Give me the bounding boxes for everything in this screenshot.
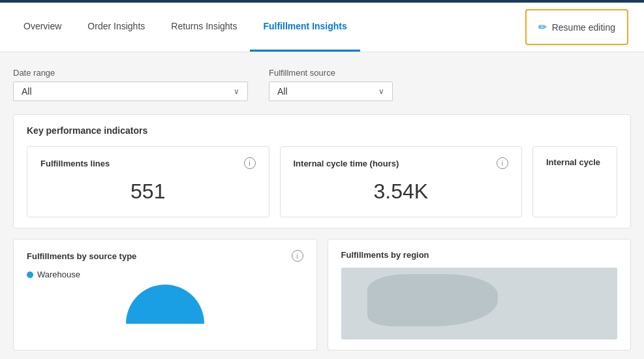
date-range-chevron-icon: ∨ <box>234 87 239 96</box>
kpi-value-2: 3.54K <box>294 177 509 206</box>
map-shape <box>367 274 498 326</box>
kpi-card-header-3: Internal cycle <box>546 157 604 167</box>
kpi-section: Key performance indicators Fulfillments … <box>13 114 631 228</box>
fulfillments-by-region-card: Fulfillments by region <box>328 239 632 351</box>
kpi-card-header-1: Fulfillments lines i <box>40 157 256 169</box>
fulfillment-source-value: All <box>277 86 288 97</box>
warehouse-legend-dot <box>27 272 33 278</box>
pie-chart-shape <box>126 285 204 324</box>
date-range-value: All <box>22 86 32 97</box>
kpi-card-title-2: Internal cycle time (hours) <box>294 159 399 168</box>
fulfillments-by-source-header: Fulfillments by source type i <box>27 250 303 262</box>
date-range-label: Date range <box>13 68 248 78</box>
kpi-card-title-3: Internal cycle <box>546 157 600 167</box>
nav-spacer <box>360 3 520 52</box>
pencil-icon: ✏ <box>538 21 547 33</box>
top-navigation: OverviewOrder InsightsReturns InsightsFu… <box>0 3 644 52</box>
kpi-card-internal-cycle-time: Internal cycle time (hours) i 3.54K <box>280 146 523 217</box>
kpi-value-1: 551 <box>40 177 256 206</box>
info-icon-1[interactable]: i <box>244 157 256 169</box>
nav-tab-returns-insights[interactable]: Returns Insights <box>158 3 250 52</box>
fulfillment-source-chevron-icon: ∨ <box>378 87 384 96</box>
kpi-cards-row: Fulfillments lines i 551 Internal cycle … <box>27 146 617 217</box>
warehouse-legend-label: Warehouse <box>37 270 80 279</box>
fulfillments-by-region-header: Fulfillments by region <box>341 250 618 260</box>
kpi-section-title: Key performance indicators <box>27 125 617 136</box>
fulfillments-by-region-title: Fulfillments by region <box>341 250 429 260</box>
date-range-select[interactable]: All ∨ <box>13 82 248 101</box>
fulfillment-source-label: Fulfillment source <box>269 68 393 78</box>
map-area <box>341 268 618 339</box>
nav-tab-order-insights[interactable]: Order Insights <box>74 3 158 52</box>
kpi-card-internal-cycle-partial: Internal cycle <box>532 146 617 217</box>
kpi-card-fulfillment-lines: Fulfillments lines i 551 <box>27 146 269 217</box>
resume-editing-button[interactable]: ✏ Resume editing <box>525 9 628 45</box>
warehouse-legend-item: Warehouse <box>27 270 303 279</box>
kpi-card-header-2: Internal cycle time (hours) i <box>294 157 509 169</box>
bottom-row: Fulfillments by source type i Warehouse … <box>13 239 631 351</box>
nav-tabs: OverviewOrder InsightsReturns InsightsFu… <box>10 3 360 52</box>
main-content: Date range All ∨ Fulfillment source All … <box>0 52 644 359</box>
info-icon-source[interactable]: i <box>292 250 303 262</box>
fulfillment-source-select[interactable]: All ∨ <box>269 82 393 101</box>
fulfillments-by-source-title: Fulfillments by source type <box>27 251 136 261</box>
fulfillment-source-filter: Fulfillment source All ∨ <box>269 68 393 101</box>
nav-tab-overview[interactable]: Overview <box>10 3 74 52</box>
pie-chart-area <box>27 285 303 324</box>
nav-tab-fulfillment-insights[interactable]: Fulfillment Insights <box>250 3 360 52</box>
kpi-card-title-1: Fulfillments lines <box>40 159 110 168</box>
fulfillments-by-source-card: Fulfillments by source type i Warehouse <box>13 239 317 351</box>
date-range-filter: Date range All ∨ <box>13 68 248 101</box>
resume-editing-label: Resume editing <box>552 22 615 33</box>
info-icon-2[interactable]: i <box>497 157 508 169</box>
filters-row: Date range All ∨ Fulfillment source All … <box>13 68 631 101</box>
